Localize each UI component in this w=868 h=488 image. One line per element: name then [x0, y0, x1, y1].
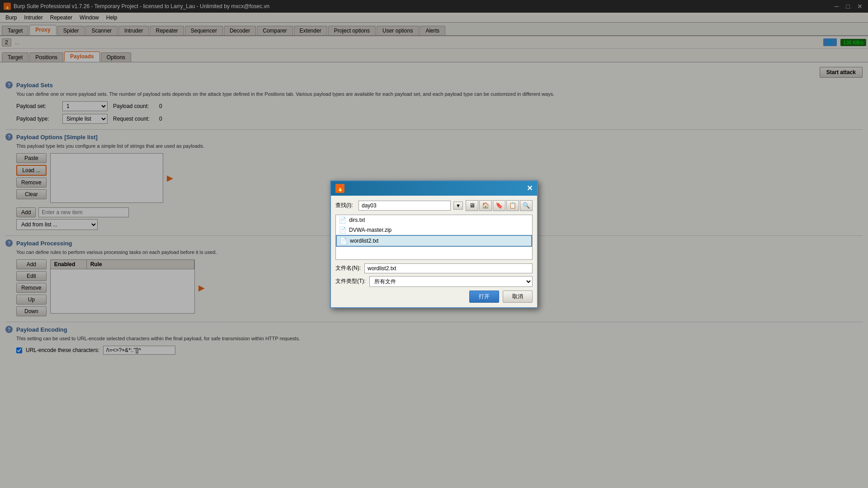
filename-input[interactable] [364, 263, 533, 273]
file-dialog-close-btn[interactable]: ✕ [527, 184, 533, 192]
nav-list-btn[interactable]: 📋 [506, 200, 519, 211]
file-icon-wordlist: 📄 [340, 237, 347, 244]
file-icon-dvwa: 📄 [339, 226, 346, 234]
file-dialog-overlay: 🔥 ✕ 查找(I): ▼ 🖥 🏠 🔖 📋 🔍 [0, 0, 868, 488]
nav-computer-btn[interactable]: 🖥 [466, 200, 478, 211]
file-dialog-action-buttons: 打开 取消 [335, 291, 533, 303]
filetype-row: 文件类型(T): 所有文件 [335, 276, 533, 287]
file-name-dvwa: DVWA-master.zip [349, 227, 392, 233]
nav-bookmark-btn[interactable]: 🔖 [493, 200, 505, 211]
file-dialog-icon: 🔥 [335, 184, 344, 193]
filetype-select[interactable]: 所有文件 [369, 276, 533, 287]
file-dialog-title-bar: 🔥 ✕ [331, 181, 537, 196]
filename-label: 文件名(N): [335, 264, 361, 272]
file-name-dirs: dirs.txt [349, 217, 365, 223]
file-dialog-nav: 🖥 🏠 🔖 📋 🔍 [466, 200, 533, 211]
file-item-dirs[interactable]: 📄 dirs.txt [336, 215, 532, 225]
lookin-dropdown-btn[interactable]: ▼ [453, 202, 463, 210]
file-list[interactable]: 📄 dirs.txt 📄 DVWA-master.zip 📄 wordlist2… [335, 215, 533, 260]
file-dialog-toolbar: 查找(I): ▼ 🖥 🏠 🔖 📋 🔍 [335, 200, 533, 211]
file-dialog-body: 查找(I): ▼ 🖥 🏠 🔖 📋 🔍 📄 dirs.txt [331, 196, 537, 307]
lookin-label: 查找(I): [335, 202, 356, 209]
file-open-btn[interactable]: 打开 [469, 291, 499, 303]
file-item-dvwa[interactable]: 📄 DVWA-master.zip [336, 225, 532, 235]
file-item-wordlist[interactable]: 📄 wordlist2.txt [336, 235, 532, 247]
nav-search-btn[interactable]: 🔍 [520, 200, 533, 211]
filename-row: 文件名(N): [335, 263, 533, 273]
lookin-input[interactable] [359, 201, 451, 211]
nav-home-btn[interactable]: 🏠 [479, 200, 492, 211]
filetype-label: 文件类型(T): [335, 277, 366, 285]
file-icon-dirs: 📄 [339, 216, 346, 224]
file-cancel-btn[interactable]: 取消 [503, 291, 533, 303]
file-name-wordlist: wordlist2.txt [350, 238, 378, 244]
file-dialog: 🔥 ✕ 查找(I): ▼ 🖥 🏠 🔖 📋 🔍 [330, 180, 538, 308]
